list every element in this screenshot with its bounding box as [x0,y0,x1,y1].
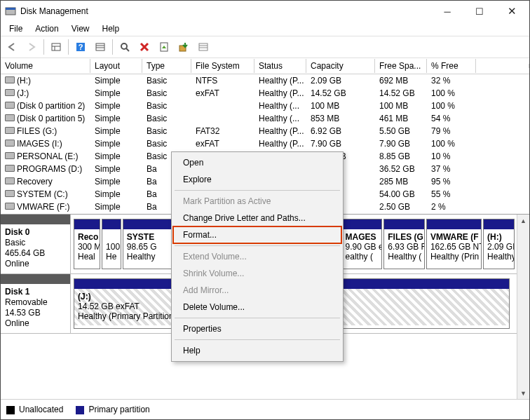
toolbar-separator [112,39,113,55]
minimize-button[interactable]: ─ [431,1,463,22]
col-layout[interactable]: Layout [90,59,142,73]
table-row[interactable]: FILES (G:)SimpleBasicFAT32Healthy (P...6… [1,125,529,137]
toolbar-separator [43,39,44,55]
disk-label: Disk 1 [5,287,29,297]
ctx-mark-active: Mark Partition as Active [173,193,341,210]
back-button[interactable] [3,38,21,56]
scroll-down-icon[interactable]: ▼ [517,387,529,399]
ctx-properties[interactable]: Properties [173,320,341,337]
legend-primary: Primary partition [76,405,149,414]
app-icon [5,6,16,17]
table-row[interactable]: IMAGES (I:)SimpleBasicexFATHealthy (P...… [1,137,529,150]
volume-icon [5,102,15,109]
svg-text:?: ? [79,43,83,51]
menu-help[interactable]: Help [97,22,125,35]
volume-icon [5,89,15,96]
partition[interactable]: (H:)2.09 GBHealthy [483,219,515,269]
close-button[interactable]: ✕ [496,1,528,22]
volume-icon [5,203,15,210]
disk-info: Disk 0Basic465.64 GBOnline [1,215,71,273]
legend-unallocated: Unallocated [6,405,63,414]
menu-file[interactable]: File [4,22,28,35]
volume-icon [5,177,15,184]
ctx-separator [175,245,340,246]
ctx-help[interactable]: Help [173,342,341,359]
context-menu: Open Explore Mark Partition as Active Ch… [171,151,344,362]
ctx-add-mirror: Add Mirror... [173,282,341,299]
volume-icon [5,76,15,83]
col-pctfree[interactable]: % Free [427,59,476,73]
ctx-separator [175,190,340,191]
ctx-explore[interactable]: Explore [173,171,341,188]
col-type[interactable]: Type [142,59,191,73]
svg-line-11 [126,48,129,51]
table-row[interactable]: (Disk 0 partition 5)SimpleBasicHealthy (… [1,112,529,125]
svg-rect-2 [52,43,60,50]
legend-unallocated-label: Unallocated [19,405,63,414]
col-status[interactable]: Status [254,59,306,73]
ctx-format[interactable]: Format... [173,226,341,243]
volume-icon [5,127,15,134]
svg-point-10 [121,43,127,49]
svg-rect-14 [199,43,208,50]
delete-button[interactable] [135,38,154,56]
svg-rect-1 [6,8,15,10]
ctx-change-letter[interactable]: Change Drive Letter and Paths... [173,210,341,226]
action-button[interactable] [175,38,193,56]
help-button[interactable]: ? [72,38,90,56]
show-hide-button[interactable] [47,38,65,56]
list-button[interactable] [194,38,212,56]
partition[interactable]: VMWARE (F162.65 GB NTHealthy (Prin [426,219,482,269]
volume-icon [5,114,15,121]
ctx-extend: Extend Volume... [173,248,341,265]
properties-button[interactable] [155,38,173,56]
table-row[interactable]: (Disk 0 partition 2)SimpleBasicHealthy (… [1,100,529,112]
legend-primary-label: Primary partition [88,405,149,414]
volume-list-header: Volume Layout Type File System Status Ca… [1,58,529,74]
maximize-button[interactable]: ☐ [463,1,496,22]
toolbar-separator [68,39,69,55]
ctx-separator [175,318,340,318]
partition[interactable]: FILES (G6.93 GB FHealthy ( [383,219,425,269]
disk-label: Disk 0 [5,227,29,237]
col-capacity[interactable]: Capacity [306,59,375,73]
partition[interactable]: MAGES9.90 GB eealthy ( [341,219,383,269]
forward-button[interactable] [22,38,41,56]
partition[interactable]: Reco300 MHeal [74,219,100,269]
table-row[interactable]: (J:)SimpleBasicexFATHealthy (P...14.52 G… [1,87,529,100]
volume-icon [5,190,15,197]
legend: Unallocated Primary partition [1,399,529,419]
col-filesystem[interactable]: File System [191,59,254,73]
volume-icon [5,165,15,172]
partition[interactable]: 100He [102,219,121,269]
disk-info: Disk 1Removable14.53 GBOnline [1,274,71,333]
volume-icon [5,140,15,147]
col-volume[interactable]: Volume [1,59,90,73]
window-title: Disk Management [20,6,431,16]
volume-icon [5,152,15,159]
table-row[interactable]: (H:)SimpleBasicNTFSHealthy (P...2.09 GB6… [1,74,529,87]
menu-view[interactable]: View [66,22,95,35]
menu-bar: File Action View Help [1,22,529,36]
refresh-button[interactable] [116,38,134,56]
menu-action[interactable]: Action [29,22,64,35]
title-bar: Disk Management ─ ☐ ✕ [1,1,529,22]
ctx-delete[interactable]: Delete Volume... [173,299,341,316]
toolbar: ? [1,36,529,58]
vertical-scrollbar[interactable]: ▲ ▼ [517,215,529,399]
ctx-separator [175,339,340,340]
scroll-up-icon[interactable]: ▲ [517,215,529,226]
col-freespace[interactable]: Free Spa... [375,59,427,73]
ctx-open[interactable]: Open [173,154,341,171]
window-frame: Disk Management ─ ☐ ✕ File Action View H… [0,0,530,420]
ctx-shrink: Shrink Volume... [173,265,341,282]
col-blank[interactable] [476,64,529,68]
settings-button[interactable] [91,38,109,56]
svg-rect-7 [96,43,104,50]
